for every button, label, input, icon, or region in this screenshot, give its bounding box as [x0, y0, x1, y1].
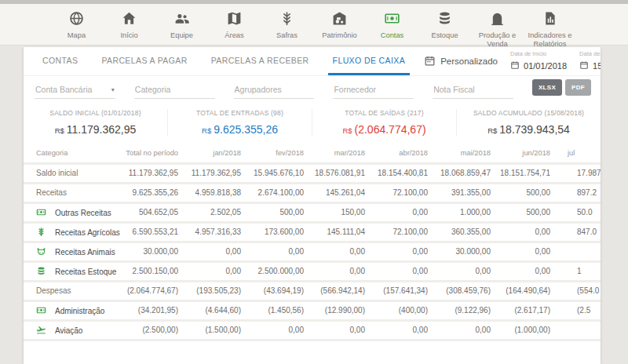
nav-item-mapa[interactable]: Mapa — [50, 4, 103, 45]
table-cell: (157.641,34) — [368, 281, 431, 300]
nav-item-producao-venda[interactable]: Produção e Venda — [471, 4, 524, 45]
table-cell: 0,00 — [244, 242, 307, 261]
summary-label: SALDO ACUMULADO (15/08/2018) — [457, 109, 601, 117]
date-start-field[interactable]: Data de Início 01/01/2018 — [510, 50, 567, 73]
category-label: Receitas Estoque — [55, 268, 116, 276]
groupers-filter-input[interactable]: Agrupadores — [234, 80, 315, 99]
table-cell — [553, 320, 601, 340]
table-cell: 18.576.081,91 — [307, 163, 368, 183]
table-cell: 72.100,00 — [368, 183, 431, 202]
export-xlsx-button[interactable]: XLSX — [532, 79, 562, 96]
table-cell: 0,00 — [494, 222, 553, 242]
chevron-down-icon: ▾ — [111, 86, 115, 93]
summary-saldo-inicial: SALDO INICIAL (01/01/2018) R$11.179.362,… — [24, 109, 167, 136]
table-cell: 145.111,04 — [307, 222, 368, 242]
table-cell: (2.617,17) — [494, 300, 553, 320]
table-cell: 0,00 — [431, 261, 494, 281]
category-label: Receitas Animais — [55, 248, 115, 257]
wheat-small-icon — [36, 227, 46, 237]
nav-item-equipe[interactable]: Equipe — [155, 4, 208, 45]
summary-label: TOTAL DE ENTRADAS (98) — [168, 109, 312, 117]
tabs-row: CONTAS PARCELAS A PAGAR PARCELAS A RECEB… — [24, 47, 601, 76]
bank-account-select[interactable]: Conta Bancária ▾ — [35, 80, 115, 99]
table-row: Administração(34.201,95)(4.644,60)(1.450… — [24, 300, 601, 320]
table-cell: 500,00 — [244, 202, 307, 222]
invoice-filter-input[interactable]: Nota Fiscal — [433, 80, 513, 99]
table-cell: (1.500,00) — [181, 320, 244, 340]
column-header: Total no período — [114, 146, 181, 163]
table-cell: 173.600,00 — [244, 222, 307, 242]
date-start-label: Data de Início — [510, 50, 567, 57]
category-label: Aviação — [55, 326, 82, 335]
supplier-filter-input[interactable]: Fornecedor — [333, 80, 414, 99]
column-header: jan/2018 — [181, 146, 244, 163]
tractor-icon — [331, 16, 348, 29]
period-group: Personalizado Data de Início 01/01/2018 … — [424, 47, 601, 75]
table-cell: 0,00 — [368, 242, 431, 261]
money-bill-icon — [36, 207, 46, 217]
column-header: abr/2018 — [368, 146, 431, 163]
nav-item-estoque[interactable]: Estoque — [418, 4, 471, 45]
app-screen: Mapa Início Equipe Áreas Safras Patrimôn… — [0, 0, 628, 364]
table-cell: (43.694,19) — [244, 281, 307, 300]
table-cell: (1.450,56) — [244, 300, 307, 320]
nav-label: Safras — [261, 31, 313, 40]
date-end-label: Data de Fim — [579, 50, 601, 57]
summary-total-saidas: TOTAL DE SAÍDAS (217) R$(2.064.774,67) — [312, 109, 456, 136]
table-cell: (2.5 — [553, 300, 601, 320]
nav-label: Início — [103, 31, 155, 40]
table-cell: 2.674.100,00 — [244, 183, 307, 202]
period-mode-button[interactable]: Personalizado — [424, 55, 498, 68]
table-cell: 0,00 — [307, 320, 368, 340]
column-header: jun/2018 — [494, 146, 553, 163]
table-cell: 2.502,05 — [181, 202, 244, 222]
date-end-value: 15/08/2018 — [593, 61, 601, 71]
tab-parcelas-a-pagar[interactable]: PARCELAS A PAGAR — [97, 47, 192, 75]
summary-label: SALDO INICIAL (01/01/2018) — [24, 109, 167, 117]
table-cell: 11.179.362,95 — [181, 163, 244, 183]
home-icon — [121, 16, 137, 29]
table-row: Outras Receitas504.652,052.502,05500,001… — [24, 202, 601, 222]
table-row: Despesas(2.064.774,67)(193.505,23)(43.69… — [24, 281, 601, 300]
category-cell: Receitas Estoque — [24, 261, 114, 281]
nav-item-indicadores[interactable]: Indicadores e Relatórios — [524, 4, 576, 45]
nav-item-patrimonio[interactable]: Patrimônio — [313, 4, 366, 45]
category-cell: Receitas — [24, 183, 114, 202]
table-cell: 0,00 — [368, 261, 431, 281]
table-cell: (554.0 — [553, 281, 601, 300]
export-buttons: XLSX PDF — [532, 79, 591, 99]
currency-prefix: R$ — [55, 126, 64, 135]
summary-row: SALDO INICIAL (01/01/2018) R$11.179.362,… — [24, 99, 601, 144]
summary-label: TOTAL DE SAÍDAS (217) — [312, 109, 456, 117]
table-cell: 0,00 — [307, 261, 368, 281]
table-cell: 18.151.754,71 — [494, 163, 553, 183]
category-cell: Aviação — [24, 320, 114, 340]
column-header: fev/2018 — [244, 146, 307, 163]
tab-fluxo-de-caixa[interactable]: FLUXO DE CAIXA — [328, 47, 411, 75]
table-cell: (2.064.774,67) — [114, 281, 181, 300]
summary-value: 9.625.355,26 — [214, 123, 278, 136]
tab-parcelas-a-receber[interactable]: PARCELAS A RECEBER — [206, 47, 314, 75]
table-cell: 50.0 — [553, 202, 601, 222]
table-cell: 30.000,00 — [114, 242, 181, 261]
table-cell: 0,00 — [494, 261, 553, 281]
tab-contas[interactable]: CONTAS — [38, 47, 82, 75]
table-cell: (164.490,64) — [494, 281, 553, 300]
nav-item-inicio[interactable]: Início — [103, 4, 155, 45]
table-cell: 897.2 — [553, 183, 601, 202]
summary-value: (2.064.774,67) — [355, 123, 426, 136]
date-end-field[interactable]: Data de Fim 15/08/2018 — [579, 50, 601, 73]
nav-item-areas[interactable]: Áreas — [208, 4, 261, 45]
table-cell: (1.000,00) — [494, 320, 553, 340]
table-cell: (193.505,23) — [181, 281, 244, 300]
table-row: Receitas Agrícolas6.590.553,214.957.316,… — [24, 222, 601, 242]
money-bill-icon — [36, 305, 46, 315]
table-cell: (34.201,95) — [114, 300, 181, 320]
category-filter-input[interactable]: Categoria — [134, 80, 215, 99]
database-icon — [436, 16, 453, 29]
category-cell: Outras Receitas — [24, 202, 114, 222]
nav-item-safras[interactable]: Safras — [261, 4, 313, 45]
animal-icon — [36, 246, 46, 257]
nav-item-contas[interactable]: Contas — [366, 4, 418, 45]
export-pdf-button[interactable]: PDF — [565, 79, 591, 96]
